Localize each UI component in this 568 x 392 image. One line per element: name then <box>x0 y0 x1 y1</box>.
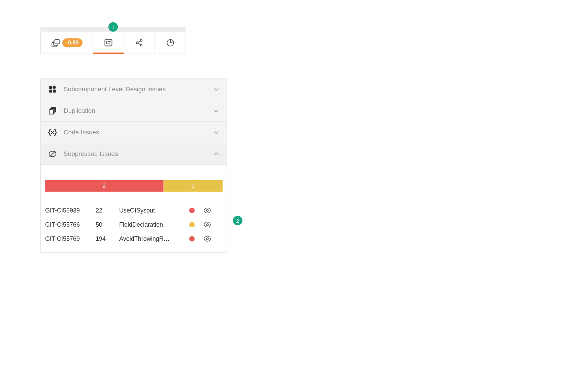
tabstrip: -0.80 <box>40 32 186 54</box>
pie-chart-icon <box>166 38 175 47</box>
accordion-label: Subcomponent Level Design Issues <box>64 86 206 93</box>
svg-rect-14 <box>49 86 52 89</box>
svg-rect-2 <box>55 39 59 44</box>
svg-rect-15 <box>49 90 52 93</box>
list-icon <box>104 38 113 47</box>
layers-icon <box>51 38 60 47</box>
tab-list[interactable] <box>93 32 124 54</box>
accordion-code-issues[interactable]: Code Issues <box>41 122 227 143</box>
annotation-badge-1: 1 <box>108 22 118 32</box>
issue-line: 194 <box>96 235 116 242</box>
accordion-suppressed-issues[interactable]: Suppressed Issues <box>41 143 227 165</box>
tab-layers[interactable]: -0.80 <box>40 32 93 54</box>
suppressed-issues-body: 2 1 GIT-CI55939 22 UseOfSysout <box>41 165 227 252</box>
issue-name: FieldDeclaration… <box>119 221 183 228</box>
severity-segment-warning[interactable]: 1 <box>163 180 223 192</box>
score-badge: -0.80 <box>62 38 82 47</box>
svg-point-8 <box>136 42 138 44</box>
issues-panel: Subcomponent Level Design Issues Duplica… <box>40 78 227 253</box>
tab-chart[interactable] <box>155 32 186 54</box>
svg-point-4 <box>106 41 107 42</box>
issue-id: GIT-CI55766 <box>45 221 92 228</box>
accordion-design-issues[interactable]: Subcomponent Level Design Issues <box>41 78 227 100</box>
chevron-down-icon <box>212 86 220 93</box>
issue-line: 22 <box>96 207 116 214</box>
severity-dot <box>189 222 195 227</box>
issue-name: AvoidThrowingR… <box>119 235 183 242</box>
unsuppress-button[interactable] <box>203 235 211 243</box>
issue-id: GIT-CI55769 <box>45 235 92 242</box>
svg-rect-17 <box>52 85 56 89</box>
issue-name: UseOfSysout <box>119 207 183 214</box>
grid-icon <box>47 85 58 94</box>
brace-x-icon <box>47 128 58 137</box>
svg-rect-20 <box>49 109 54 114</box>
svg-line-12 <box>138 43 140 44</box>
severity-bar: 2 1 <box>45 180 223 192</box>
svg-point-9 <box>140 39 142 41</box>
svg-rect-3 <box>105 39 112 46</box>
stack-icon <box>47 106 58 115</box>
unsuppress-button[interactable] <box>203 206 211 215</box>
severity-dot <box>189 208 195 213</box>
svg-line-11 <box>138 41 140 42</box>
share-nodes-icon <box>135 38 144 47</box>
issue-list: GIT-CI55939 22 UseOfSysout GIT-CI55766 5… <box>45 206 223 243</box>
severity-dot <box>189 236 195 241</box>
accordion-label: Duplication <box>64 107 206 115</box>
chevron-down-icon <box>212 129 220 136</box>
issue-row[interactable]: GIT-CI55769 194 AvoidThrowingR… <box>45 235 222 243</box>
accordion-label: Suppressed Issues <box>64 150 206 158</box>
svg-point-25 <box>206 224 208 226</box>
severity-count: 1 <box>191 183 195 190</box>
tab-graph[interactable] <box>124 32 155 54</box>
svg-point-6 <box>106 43 107 43</box>
issue-id: GIT-CI55939 <box>45 207 92 214</box>
svg-point-26 <box>206 238 208 240</box>
issue-line: 50 <box>96 221 116 228</box>
severity-segment-critical[interactable]: 2 <box>45 180 163 192</box>
unsuppress-button[interactable] <box>203 221 211 229</box>
issue-row[interactable]: GIT-CI55766 50 FieldDeclaration… <box>45 221 222 229</box>
issue-row[interactable]: GIT-CI55939 22 UseOfSysout <box>45 206 222 215</box>
svg-point-24 <box>206 209 208 211</box>
severity-count: 2 <box>102 183 106 190</box>
chevron-up-icon <box>212 150 220 158</box>
chevron-down-icon <box>212 107 220 115</box>
svg-rect-16 <box>53 90 56 93</box>
annotation-badge-2: 2 <box>233 216 242 225</box>
accordion-label: Code Issues <box>64 129 206 136</box>
svg-point-10 <box>140 44 142 46</box>
eye-off-icon <box>47 150 58 158</box>
accordion-duplication[interactable]: Duplication <box>41 100 227 122</box>
